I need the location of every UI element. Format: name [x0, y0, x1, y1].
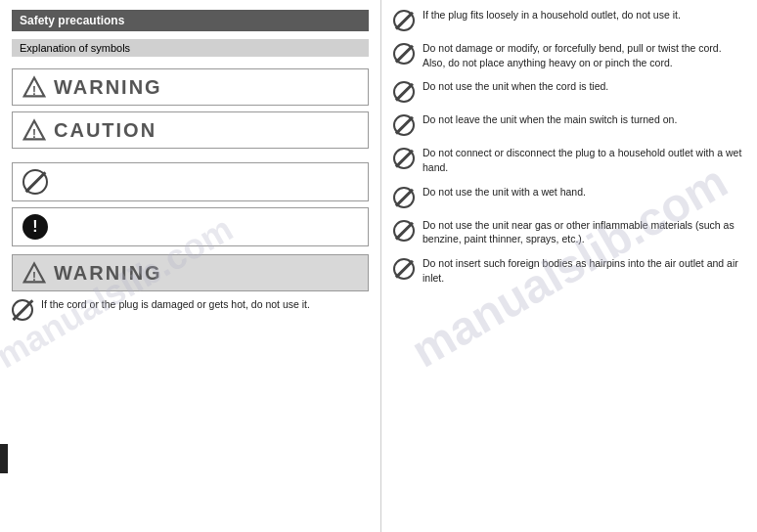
bottom-caution-item: If the cord or the plug is damaged or ge… [12, 297, 369, 321]
bottom-circle-slash-icon [12, 299, 33, 321]
list-item: Do not use the unit with a wet hand. [393, 185, 745, 208]
caution-label: CAUTION [54, 119, 156, 142]
right-column: If the plug fits loosely in a household … [381, 0, 757, 532]
item-text-4: Do not leave the unit when the main swit… [423, 112, 677, 127]
item-text-3: Do not use the unit when the cord is tie… [423, 79, 608, 94]
circle-slash-icon [22, 169, 48, 195]
no-icon-2 [393, 43, 415, 65]
circle-slash-box [12, 162, 369, 201]
no-icon-3 [393, 81, 415, 103]
warning-label: WARNING [54, 76, 162, 99]
caution-symbol-box: ! CAUTION [12, 111, 369, 149]
list-item: Do not damage or modify, or forcefully b… [393, 41, 745, 69]
no-icon-8 [393, 258, 415, 280]
exclaim-box: ! [12, 207, 369, 246]
svg-text:!: ! [32, 127, 36, 141]
item-text-7: Do not use the unit near gas or other in… [423, 218, 745, 246]
left-column: Safety precautions Explanation of symbol… [0, 0, 381, 532]
page-tab [0, 444, 8, 473]
triangle-warning-icon: ! [22, 75, 46, 99]
bottom-warning-box: ! WARNING [12, 254, 369, 291]
item-text-6: Do not use the unit with a wet hand. [423, 185, 586, 200]
list-item: If the plug fits loosely in a household … [393, 8, 745, 31]
item-text-8: Do not insert such foreign bodies as hai… [423, 256, 745, 285]
symbols-section: ! [12, 162, 369, 246]
no-icon-1 [393, 10, 415, 31]
item-text-2: Do not damage or modify, or forcefully b… [423, 41, 745, 69]
list-item: Do not leave the unit when the main swit… [393, 112, 745, 136]
item-text-1: If the plug fits loosely in a household … [423, 8, 681, 22]
explanation-header: Explanation of symbols [12, 39, 369, 57]
no-icon-5 [393, 148, 415, 169]
page: Safety precautions Explanation of symbol… [0, 0, 757, 532]
triangle-caution-icon: ! [22, 118, 46, 142]
list-item: Do not use the unit when the cord is tie… [393, 79, 745, 103]
no-icon-6 [393, 187, 415, 208]
list-item: Do not use the unit near gas or other in… [393, 218, 745, 246]
warning-symbol-box: ! WARNING [12, 68, 369, 106]
safety-precautions-header: Safety precautions [12, 10, 369, 31]
exclaim-icon: ! [22, 214, 48, 240]
no-icon-4 [393, 114, 415, 136]
bottom-triangle-icon: ! [22, 261, 46, 285]
list-item: Do not insert such foreign bodies as hai… [393, 256, 745, 285]
no-icon-7 [393, 220, 415, 242]
bottom-caution-text: If the cord or the plug is damaged or ge… [41, 297, 310, 312]
item-text-5: Do not connect or disconnect the plug to… [423, 146, 745, 174]
bottom-warning-label: WARNING [54, 262, 162, 285]
list-item: Do not connect or disconnect the plug to… [393, 146, 745, 174]
svg-text:!: ! [32, 270, 36, 284]
svg-text:!: ! [32, 84, 36, 98]
